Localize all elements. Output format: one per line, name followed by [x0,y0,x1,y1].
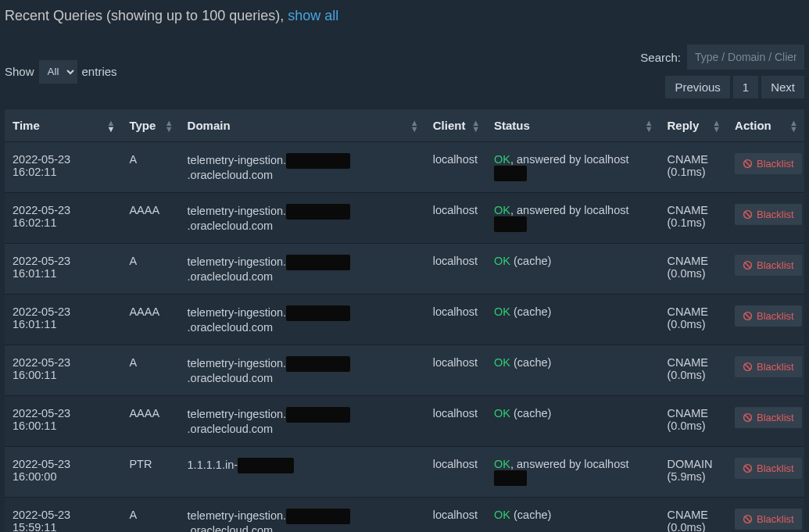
cell-time: 2022-05-23 16:00:00 [5,447,121,498]
svg-line-3 [745,212,750,217]
cell-client: localhost [425,345,486,396]
status-ok: OK [494,204,510,216]
ban-icon [743,514,753,524]
search-label: Search: [640,51,681,64]
col-type[interactable]: Type ▲▼ [121,109,179,142]
col-domain[interactable]: Domain ▲▼ [180,109,425,142]
redacted-region [494,166,527,181]
cell-time: 2022-05-23 15:59:11 [5,498,121,533]
cell-action: Blacklist [727,396,804,447]
cell-reply: DOMAIN (5.9ms) [660,447,728,498]
svg-line-7 [745,313,750,319]
sort-icon: ▲▼ [471,120,480,132]
cell-action: Blacklist [727,345,804,396]
redacted-region [286,153,350,169]
cell-status: OK (cache) [486,396,659,447]
ban-icon [743,260,753,270]
blacklist-button[interactable]: Blacklist [735,305,802,327]
cell-type: A [121,142,179,193]
redacted-region [286,407,350,423]
redacted-region [494,470,527,486]
svg-line-1 [745,161,750,166]
col-time[interactable]: Time ▲▼ [5,109,121,142]
table-row[interactable]: 2022-05-23 16:00:11Atelemetry-ingestion.… [5,345,804,396]
status-ok: OK [494,305,510,318]
col-reply[interactable]: Reply ▲▼ [660,109,728,142]
cell-action: Blacklist [727,193,804,244]
col-action[interactable]: Action ▲▼ [727,109,804,142]
sort-icon: ▲▼ [712,120,721,132]
cell-reply: CNAME (0.0ms) [660,295,728,345]
table-row[interactable]: 2022-05-23 16:00:11AAAAtelemetry-ingesti… [5,396,804,447]
cell-type: AAAA [121,193,179,244]
cell-client: localhost [425,447,486,498]
table-row[interactable]: 2022-05-23 16:01:11AAAAtelemetry-ingesti… [5,295,804,345]
entries-select[interactable]: All [39,60,77,84]
redacted-region [286,305,350,321]
redacted-region [286,356,350,372]
cell-status: OK (cache) [486,498,659,533]
pagination: Previous 1 Next [662,76,804,98]
cell-status: OK, answered by localhost [486,142,659,193]
show-all-link[interactable]: show all [288,8,338,23]
cell-domain: telemetry-ingestion..oraclecloud.com [180,396,425,447]
cell-domain: telemetry-ingestion..oraclecloud.com [180,142,425,193]
blacklist-button[interactable]: Blacklist [735,356,802,377]
svg-line-5 [745,262,750,268]
svg-line-13 [745,466,750,471]
col-status[interactable]: Status ▲▼ [486,109,659,142]
cell-client: localhost [425,295,486,345]
redacted-region [494,216,527,232]
pager-next[interactable]: Next [761,76,804,98]
search-input[interactable] [687,45,804,70]
cell-time: 2022-05-23 16:02:11 [5,193,121,244]
cell-time: 2022-05-23 16:02:11 [5,142,121,193]
table-row[interactable]: 2022-05-23 16:00:00PTR1.1.1.1.in-localho… [5,447,804,498]
blacklist-button[interactable]: Blacklist [735,204,802,225]
sort-icon: ▲▼ [789,120,798,132]
redacted-region [286,204,350,220]
blacklist-button[interactable]: Blacklist [735,153,802,174]
cell-action: Blacklist [727,142,804,193]
cell-type: AAAA [121,396,179,447]
ban-icon [743,209,753,220]
sort-icon: ▲▼ [165,120,174,132]
table-row[interactable]: 2022-05-23 16:02:11Atelemetry-ingestion.… [5,142,804,193]
cell-reply: CNAME (0.0ms) [660,396,728,447]
cell-client: localhost [425,244,486,295]
status-ok: OK [494,356,510,369]
svg-line-9 [745,364,750,370]
blacklist-button[interactable]: Blacklist [735,509,802,530]
blacklist-button[interactable]: Blacklist [735,407,802,428]
queries-table: Time ▲▼ Type ▲▼ Domain ▲▼ Client ▲▼ Stat… [5,109,804,532]
cell-reply: CNAME (0.1ms) [660,193,728,244]
table-row[interactable]: 2022-05-23 15:59:11Atelemetry-ingestion.… [5,498,804,533]
cell-domain: telemetry-ingestion..oraclecloud.com [180,244,425,295]
cell-time: 2022-05-23 16:01:11 [5,244,121,295]
pager-previous[interactable]: Previous [665,76,729,98]
cell-reply: CNAME (0.0ms) [660,244,728,295]
cell-action: Blacklist [727,447,804,498]
cell-type: A [121,345,179,396]
cell-client: localhost [425,498,486,533]
cell-action: Blacklist [727,498,804,533]
cell-client: localhost [425,396,486,447]
cell-status: OK (cache) [486,295,659,345]
blacklist-button[interactable]: Blacklist [735,458,802,479]
table-row[interactable]: 2022-05-23 16:02:11AAAAtelemetry-ingesti… [5,193,804,244]
cell-client: localhost [425,142,486,193]
table-row[interactable]: 2022-05-23 16:01:11Atelemetry-ingestion.… [5,244,804,295]
cell-type: PTR [121,447,179,498]
cell-domain: telemetry-ingestion..oraclecloud.com [180,345,425,396]
cell-domain: telemetry-ingestion..oraclecloud.com [180,498,425,533]
status-ok: OK [494,153,510,166]
blacklist-button[interactable]: Blacklist [735,255,802,276]
ban-icon [743,159,753,169]
col-client[interactable]: Client ▲▼ [425,109,486,142]
cell-reply: CNAME (0.0ms) [660,498,728,533]
status-ok: OK [494,255,510,267]
sort-icon: ▲▼ [645,120,653,132]
cell-reply: CNAME (0.1ms) [660,142,728,193]
pager-current[interactable]: 1 [733,76,758,98]
redacted-region [286,255,350,270]
